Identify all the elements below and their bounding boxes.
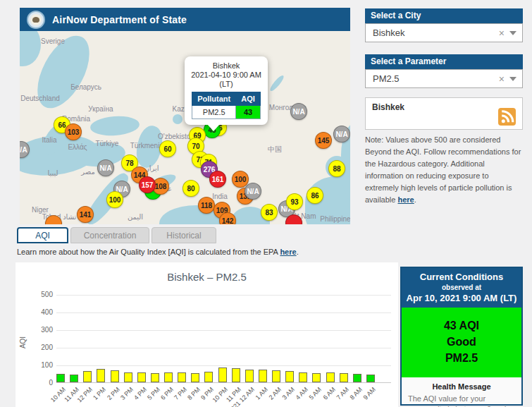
aqi-marker[interactable]: [285, 214, 302, 224]
rss-feed-box: Bishkek: [365, 97, 523, 130]
city-select[interactable]: Bishkek ×: [365, 23, 523, 42]
chart-bar-1-am[interactable]: [259, 370, 267, 382]
chart-bar-9-pm[interactable]: [204, 372, 213, 382]
map-popup: Bishkek 2021-04-10 9:00 AM (LT) Pollutan…: [185, 56, 268, 125]
app-header: AirNow Department of State: [20, 8, 350, 31]
chart-bar-4-am[interactable]: [299, 372, 307, 383]
map[interactable]: SverigeБеларусьDeutschlandУкраїнаRomânia…: [20, 31, 350, 224]
conditions-datetime: Apr 10, 2021 9:00 AM (LT): [404, 293, 519, 303]
note-prefix: Note: Values above 500 are considered Be…: [365, 135, 521, 204]
epa-here-link[interactable]: here: [280, 248, 296, 256]
aqi-marker-100[interactable]: 100: [106, 191, 123, 208]
learn-more-text: Learn more about how the Air Quality Ind…: [17, 248, 299, 256]
aqi-marker-86[interactable]: 86: [307, 187, 323, 204]
conditions-title: Current Conditions: [404, 272, 519, 282]
map-place-label: Україна: [88, 105, 113, 113]
chart-bar-10-pm[interactable]: [218, 367, 227, 382]
map-place-label: اليمن: [128, 213, 143, 221]
chart-bar-5-pm[interactable]: [151, 373, 159, 382]
chart-bar-7-pm[interactable]: [178, 372, 186, 382]
chart-bar-11-pm[interactable]: [232, 368, 240, 382]
rss-icon[interactable]: [498, 108, 516, 126]
chart-bar-8-pm[interactable]: [191, 373, 199, 382]
chart-bar-8-am[interactable]: [353, 374, 361, 382]
water-lake-baikal: [268, 74, 285, 93]
tab-historical[interactable]: Historical: [151, 227, 216, 243]
chart-bar-7-am[interactable]: [340, 373, 348, 382]
water-north-sea: [20, 31, 41, 66]
chart-bar-11-am[interactable]: [70, 375, 78, 382]
map-place-label: 中国: [268, 145, 282, 154]
select-city-header: Select a City: [365, 8, 523, 23]
parameter-select[interactable]: PM2.5 ×: [365, 69, 523, 88]
chart-bar-2-pm[interactable]: [111, 370, 119, 382]
gridline: [56, 348, 391, 348]
chart-bar-021-12-am[interactable]: [245, 370, 254, 382]
chart-bar-3-am[interactable]: [285, 371, 294, 382]
conditions-pollutant: PM2.5: [402, 350, 521, 366]
aqi-marker-161[interactable]: 161: [209, 171, 226, 188]
map-place-label: مصر: [81, 168, 95, 176]
y-axis-tick: 500: [41, 291, 53, 298]
tab-bar: AQI Concentration Historical: [17, 227, 216, 243]
parameter-dropdown-arrow-icon[interactable]: [509, 77, 516, 81]
y-axis-tick: 300: [41, 326, 53, 334]
aqi-marker-142[interactable]: 142: [219, 212, 236, 224]
chart-bar-4-pm[interactable]: [137, 372, 146, 382]
chart-plot-area: 010020030040050010 AM11 AM12 PM1 PM2 PM3…: [56, 295, 391, 383]
chart-bar-6-pm[interactable]: [164, 372, 173, 382]
chart-bar-5-am[interactable]: [312, 373, 321, 383]
aqi-marker-157[interactable]: 157: [139, 176, 156, 193]
map-place-label: Niger: [32, 206, 49, 214]
aqi-marker-93[interactable]: 93: [286, 193, 303, 210]
aqi-marker-na[interactable]: N/A: [97, 159, 114, 176]
water-aral-sea: [173, 114, 183, 124]
popup-datetime: 2021-04-10 9:00 AM: [189, 71, 264, 80]
city-dropdown-arrow-icon[interactable]: [509, 31, 516, 35]
tab-aqi[interactable]: AQI: [17, 227, 68, 243]
y-axis-tick: 400: [41, 308, 53, 316]
aqi-marker-141[interactable]: 141: [77, 206, 94, 223]
aqi-marker-60[interactable]: 60: [159, 140, 176, 157]
chart-bar-1-pm[interactable]: [97, 369, 105, 382]
aqi-marker-80[interactable]: 80: [183, 180, 199, 197]
select-parameter-header: Select a Parameter: [365, 54, 523, 69]
aqi-marker-118[interactable]: 118: [198, 197, 215, 214]
aqi-marker-na[interactable]: N/A: [245, 183, 261, 200]
chart-bar-6-am[interactable]: [326, 372, 335, 382]
conditions-aqi-value: 43 AQI: [402, 317, 521, 334]
learn-more-suffix: .: [297, 248, 299, 256]
note-here-link[interactable]: here: [397, 195, 414, 204]
aqi-marker-na[interactable]: N/A: [290, 103, 307, 120]
popup-pollutant-value: PM2.5: [192, 106, 236, 119]
y-axis-tick: 0: [49, 379, 53, 387]
parameter-clear-icon[interactable]: ×: [494, 73, 509, 85]
aqi-marker-88[interactable]: 88: [328, 160, 345, 177]
aqi-marker[interactable]: [45, 215, 62, 224]
popup-table: Pollutant AQI PM2.5 43: [192, 92, 261, 119]
conditions-aqi-box: 43 AQI Good PM2.5: [402, 308, 521, 377]
gridline: [56, 295, 391, 296]
city-clear-icon[interactable]: ×: [494, 28, 509, 39]
map-place-label: India: [212, 193, 228, 200]
chart-bar-9-am[interactable]: [366, 375, 375, 382]
aqi-marker-na[interactable]: N/A: [333, 126, 350, 142]
aqi-marker-103[interactable]: 103: [65, 123, 82, 140]
city-select-value: Bishkek: [366, 28, 494, 38]
app-title: AirNow Department of State: [52, 14, 187, 25]
chart-bar-3-pm[interactable]: [124, 372, 132, 382]
aqi-marker-83[interactable]: 83: [261, 204, 278, 221]
chart-bar-2-am[interactable]: [272, 370, 280, 382]
conditions-subtitle: observed at: [404, 284, 519, 291]
note-suffix: .: [414, 195, 416, 204]
chart-bar-12-pm[interactable]: [83, 371, 92, 382]
popup-city: Bishkek: [189, 61, 264, 71]
conditions-header: Current Conditions observed at Apr 10, 2…: [402, 268, 521, 308]
y-axis-tick: 200: [41, 344, 53, 351]
aqi-marker-145[interactable]: 145: [315, 132, 332, 149]
tab-concentration[interactable]: Concentration: [70, 227, 149, 243]
y-axis-tick: 100: [41, 361, 53, 369]
current-conditions-panel: Current Conditions observed at Apr 10, 2…: [400, 267, 523, 406]
chart-bar-10-am[interactable]: [56, 374, 65, 382]
popup-aqi-value: 43: [236, 106, 261, 119]
